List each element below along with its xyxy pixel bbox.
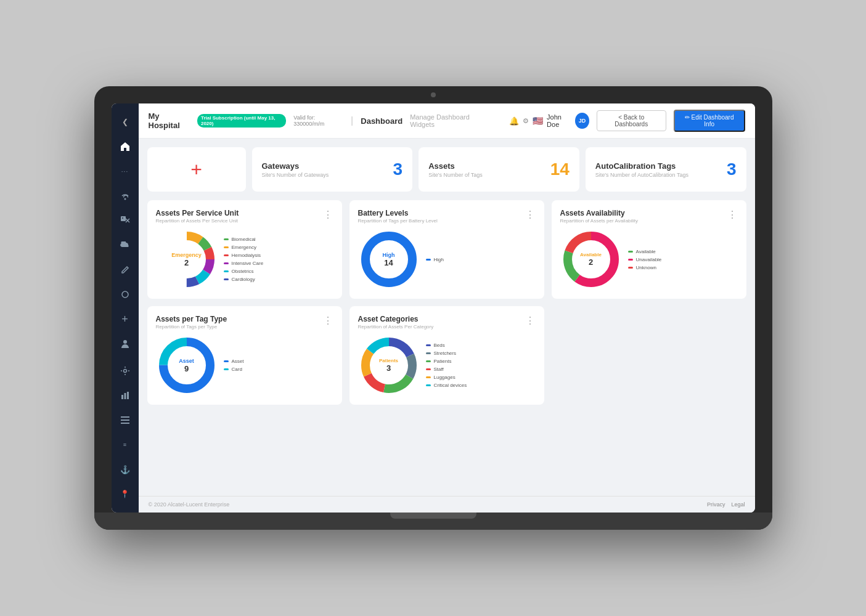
availability-menu[interactable]: ⋮ — [727, 209, 738, 221]
categories-sub: Repartition of Assets Per Category — [358, 324, 434, 330]
back-to-dashboards-button[interactable]: < Back to Dashboards — [597, 110, 666, 131]
categories-donut: Patients 3 — [358, 334, 420, 396]
legend-patients: Patients — [426, 359, 536, 364]
assets-per-service-donut: Emergency 2 — [156, 229, 218, 290]
asset-categories-panel: Asset Categories Repartition of Assets P… — [349, 306, 544, 405]
center-label-text: Emergency — [171, 252, 202, 258]
legend-staff: Staff — [426, 367, 536, 372]
gateways-title: Gateways — [262, 161, 329, 171]
assets-per-service-body: Emergency 2 Biomedical Emergency Hemodia… — [156, 229, 333, 290]
edit-dashboard-button[interactable]: ✏ Edit Dashboard Info — [674, 110, 745, 132]
legend-cardiology: Cardiology — [224, 277, 333, 282]
sidebar-item-list2[interactable]: ≡ — [115, 435, 135, 455]
empty-panel — [552, 306, 746, 405]
assets-stat-card: Assets Site's Number of Tags 14 — [419, 147, 579, 192]
assets-tag-type-panel: Assets per Tag Type Repartition of Tags … — [147, 306, 342, 405]
legend-unknown: Unknown — [628, 265, 738, 270]
add-widget-card[interactable]: + — [147, 147, 246, 192]
header-separator: | — [351, 115, 353, 126]
categories-legend: Beds Stretchers Patients Staff Luggages … — [426, 342, 536, 388]
battery-donut: High 14 — [358, 229, 420, 290]
battery-sub: Repartition of Tags per Battery Level — [358, 218, 438, 224]
assets-per-service-panel: Assets Per Service Unit Repartition of A… — [147, 200, 342, 299]
assets-per-service-sub: Repartition of Assets Per Service Unit — [156, 218, 239, 224]
svg-rect-13 — [121, 423, 129, 424]
assets-per-service-title: Assets Per Service Unit — [156, 209, 239, 217]
battery-levels-panel: Battery Levels Repartition of Tags per B… — [349, 200, 544, 299]
tag-type-center: Asset 9 — [179, 358, 194, 373]
tag-type-header: Assets per Tag Type Repartition of Tags … — [156, 315, 333, 330]
sidebar-item-edit[interactable] — [115, 260, 135, 280]
sidebar-item-wifi[interactable] — [115, 186, 135, 206]
sidebar-item-plus[interactable]: + — [115, 309, 135, 329]
assets-info: Assets Site's Number of Tags — [428, 161, 483, 178]
assets-per-service-menu[interactable]: ⋮ — [323, 209, 333, 221]
svg-rect-8 — [121, 395, 123, 399]
legend-card: Card — [224, 367, 333, 372]
svg-rect-10 — [127, 392, 129, 399]
sidebar-item-pin[interactable]: 📍 — [115, 484, 135, 504]
svg-rect-12 — [121, 419, 129, 421]
categories-menu[interactable]: ⋮ — [525, 315, 536, 326]
footer-copyright: © 2020 Alcatel-Lucent Enterprise — [149, 501, 230, 508]
bell-icon[interactable]: 🔔 — [509, 116, 519, 126]
battery-title: Battery Levels — [358, 209, 438, 217]
legal-link[interactable]: Legal — [731, 501, 745, 508]
gateways-sub: Site's Number of Gateways — [262, 172, 329, 178]
sidebar-item-cloud[interactable] — [115, 235, 135, 255]
sidebar-item-chart[interactable] — [115, 386, 135, 405]
tag-type-body: Asset 9 Asset Card — [156, 334, 333, 396]
svg-point-2 — [122, 217, 123, 219]
manage-widgets-link[interactable]: Manage Dashboard Widgets — [410, 113, 489, 128]
assets-per-service-center: Emergency 2 — [171, 252, 202, 267]
tag-type-donut: Asset 9 — [156, 334, 218, 396]
categories-title: Asset Categories — [358, 315, 434, 323]
legend-available: Available — [628, 249, 738, 254]
sidebar-item-settings[interactable] — [115, 361, 135, 381]
assets-availability-panel: Assets Availability Repartition of Asset… — [552, 200, 746, 299]
stats-row: + Gateways Site's Number of Gateways 3 A… — [147, 147, 746, 192]
sidebar-item-dots[interactable]: ··· — [115, 161, 135, 181]
tag-type-title: Assets per Tag Type — [156, 315, 227, 323]
sidebar-item-circle[interactable] — [115, 285, 135, 304]
svg-point-0 — [124, 198, 126, 200]
privacy-link[interactable]: Privacy — [707, 501, 725, 508]
tag-type-sub: Repartition of Tags per Type — [156, 324, 227, 330]
sidebar-item-home[interactable] — [115, 137, 135, 156]
legend-hemodialysis: Hemodialysis — [224, 253, 333, 258]
add-icon: + — [190, 160, 202, 179]
legend-luggages: Luggages — [426, 375, 536, 380]
autocalibration-title: AutoCalibration Tags — [595, 161, 688, 171]
autocalibration-count: 3 — [727, 160, 737, 179]
tag-type-menu[interactable]: ⋮ — [323, 315, 333, 326]
svg-rect-11 — [121, 416, 129, 418]
svg-point-5 — [122, 291, 128, 298]
availability-donut: Available 2 — [560, 229, 622, 290]
main-content: My Hospital Trial Subscription (until Ma… — [139, 103, 755, 513]
header-dashboard: Dashboard — [361, 116, 402, 126]
flag-icon: 🇺🇸 — [533, 116, 543, 126]
assets-title: Assets — [428, 161, 483, 171]
user-avatar[interactable]: JD — [575, 113, 589, 129]
assets-per-service-header: Assets Per Service Unit Repartition of A… — [156, 209, 333, 224]
sidebar-item-tag[interactable] — [115, 211, 135, 230]
categories-body: Patients 3 Beds Stretchers Patients Staf… — [358, 334, 536, 396]
availability-legend: Available Unavailable Unknown — [628, 249, 738, 270]
legend-obstetrics: Obstetrics — [224, 269, 333, 274]
sidebar-item-list[interactable] — [115, 410, 135, 430]
chevron-right-icon[interactable]: ❮ — [115, 112, 135, 132]
laptop-base — [94, 513, 772, 530]
legend-intensive-care: Intensive Care — [224, 261, 333, 266]
battery-menu[interactable]: ⋮ — [525, 209, 536, 221]
tag-type-titles: Assets per Tag Type Repartition of Tags … — [156, 315, 227, 330]
assets-per-service-titles: Assets Per Service Unit Repartition of A… — [156, 209, 239, 224]
legend-asset: Asset — [224, 359, 333, 364]
legend-stretchers: Stretchers — [426, 351, 536, 356]
sidebar-item-anchor[interactable]: ⚓ — [115, 460, 135, 479]
svg-rect-9 — [124, 393, 126, 399]
svg-rect-1 — [121, 216, 126, 221]
dashboard-area: + Gateways Site's Number of Gateways 3 A… — [139, 139, 755, 496]
sidebar-item-user[interactable] — [115, 334, 135, 354]
availability-title: Assets Availability — [560, 209, 639, 217]
camera-dot — [431, 92, 436, 97]
